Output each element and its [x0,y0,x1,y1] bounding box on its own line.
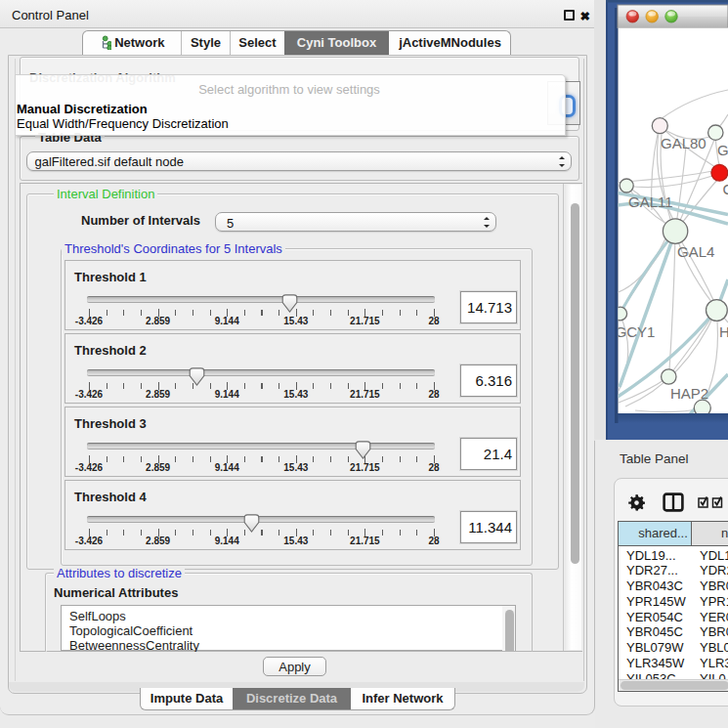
svg-text:HA: HA [719,323,728,340]
svg-text:GAL11: GAL11 [628,193,673,210]
svg-text:GA: GA [717,142,728,158]
svg-text:HAP2: HAP2 [670,385,708,402]
svg-text:GAL4: GAL4 [677,243,714,260]
svg-text:GCY1: GCY1 [616,323,656,340]
svg-text:GAL80: GAL80 [661,135,707,151]
svg-text:CY: CY [723,181,728,197]
